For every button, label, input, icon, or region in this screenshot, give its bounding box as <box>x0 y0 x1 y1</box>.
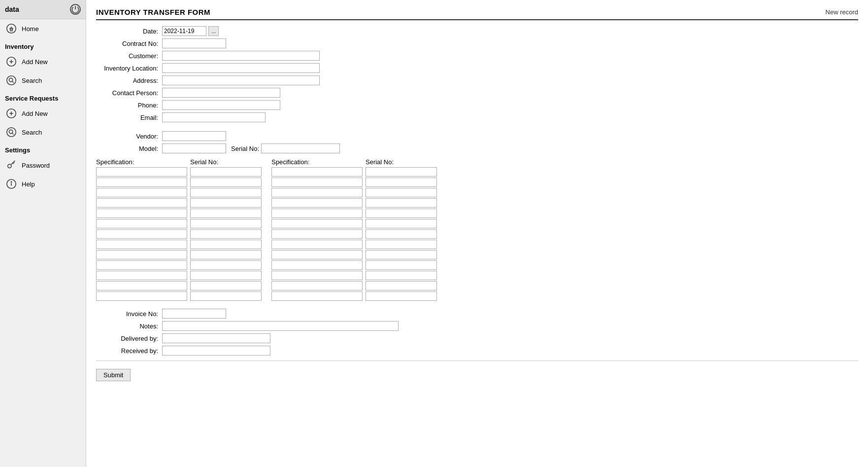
address-input[interactable] <box>162 75 320 85</box>
received-input[interactable] <box>162 346 270 356</box>
sidebar-item-home-label: Home <box>22 25 39 33</box>
serial-input-1-3[interactable] <box>190 188 262 197</box>
spec-input-2-4[interactable] <box>271 198 363 208</box>
serial-input-1-1[interactable] <box>190 167 262 177</box>
spec-input-2-10[interactable] <box>271 260 363 270</box>
sidebar-item-help[interactable]: Help <box>0 175 86 193</box>
serial-input-1-12[interactable] <box>190 281 262 290</box>
serial-input-2-11[interactable] <box>366 271 437 280</box>
spec-input-1-13[interactable] <box>96 291 187 301</box>
bottom-divider <box>96 360 858 361</box>
serial-input-2-1[interactable] <box>366 167 437 177</box>
serial-input-1-5[interactable] <box>190 209 262 218</box>
serial-input-1-4[interactable] <box>190 198 262 208</box>
serial-col-2: Serial No: <box>366 158 437 302</box>
svg-point-10 <box>7 128 16 137</box>
inv-location-input[interactable] <box>162 63 320 73</box>
notes-input[interactable] <box>162 321 399 331</box>
spec-header-2: Specification: <box>271 158 363 166</box>
spec-input-2-11[interactable] <box>271 271 363 280</box>
spec-input-1-10[interactable] <box>96 260 187 270</box>
contact-input[interactable] <box>162 88 280 98</box>
serial-input-2-13[interactable] <box>366 291 437 301</box>
spec-input-1-12[interactable] <box>96 281 187 290</box>
serial-no-top-input[interactable] <box>261 144 340 153</box>
inv-location-label: Inventory Location: <box>96 65 160 72</box>
email-input[interactable] <box>162 112 266 122</box>
vendor-input[interactable] <box>162 131 226 141</box>
submit-button[interactable]: Submit <box>96 369 131 381</box>
svg-line-15 <box>14 162 15 163</box>
serial-input-2-10[interactable] <box>366 260 437 270</box>
spec-input-1-5[interactable] <box>96 209 187 218</box>
sidebar-item-service-add[interactable]: Add New <box>0 104 86 123</box>
spec-input-2-2[interactable] <box>271 178 363 187</box>
serial-header-1: Serial No: <box>190 158 262 166</box>
serial-input-1-6[interactable] <box>190 219 262 228</box>
spec-input-2-6[interactable] <box>271 219 363 228</box>
spec-input-2-1[interactable] <box>271 167 363 177</box>
search-circle-icon-2 <box>5 126 18 139</box>
svg-point-4 <box>7 76 16 85</box>
serial-input-2-12[interactable] <box>366 281 437 290</box>
serial-input-1-8[interactable] <box>190 240 262 249</box>
spec-input-1-1[interactable] <box>96 167 187 177</box>
notes-label: Notes: <box>96 323 160 330</box>
inv-location-row: Inventory Location: <box>96 63 858 73</box>
password-label: Password <box>22 162 50 169</box>
serial-input-1-10[interactable] <box>190 260 262 270</box>
serial-input-2-9[interactable] <box>366 250 437 259</box>
model-input[interactable] <box>162 144 226 153</box>
spec-input-1-8[interactable] <box>96 240 187 249</box>
sidebar-item-service-search[interactable]: Search <box>0 123 86 142</box>
spec-input-1-7[interactable] <box>96 229 187 239</box>
svg-line-16 <box>13 163 14 164</box>
spec-input-1-4[interactable] <box>96 198 187 208</box>
date-picker-button[interactable]: ... <box>208 26 219 36</box>
serial-input-1-13[interactable] <box>190 291 262 301</box>
serial-input-2-2[interactable] <box>366 178 437 187</box>
inventory-section-label: Inventory <box>0 38 86 52</box>
serial-input-2-5[interactable] <box>366 209 437 218</box>
bottom-section: Invoice No: Notes: Delivered by: Receive… <box>96 309 858 356</box>
sidebar-item-home[interactable]: Home <box>0 19 86 38</box>
spec-input-2-7[interactable] <box>271 229 363 239</box>
invoice-input[interactable] <box>162 309 226 319</box>
spec-input-2-3[interactable] <box>271 188 363 197</box>
sidebar-item-inventory-search[interactable]: Search <box>0 71 86 90</box>
contract-input[interactable] <box>162 38 226 48</box>
power-icon[interactable] <box>70 4 81 15</box>
spec-input-1-6[interactable] <box>96 219 187 228</box>
spec-input-1-9[interactable] <box>96 250 187 259</box>
spec-input-2-13[interactable] <box>271 291 363 301</box>
spec-input-2-12[interactable] <box>271 281 363 290</box>
serial-input-1-9[interactable] <box>190 250 262 259</box>
customer-input[interactable] <box>162 51 320 61</box>
date-input[interactable] <box>162 26 206 36</box>
serial-input-1-2[interactable] <box>190 178 262 187</box>
svg-line-12 <box>12 133 13 134</box>
sidebar-item-password[interactable]: Password <box>0 156 86 175</box>
form-header: INVENTORY TRANSFER FORM New record <box>96 8 858 20</box>
address-row: Address: <box>96 75 858 85</box>
serial-input-2-8[interactable] <box>366 240 437 249</box>
home-icon <box>5 22 18 35</box>
sidebar-item-inventory-add[interactable]: Add New <box>0 52 86 71</box>
spec-input-1-3[interactable] <box>96 188 187 197</box>
serial-input-1-11[interactable] <box>190 271 262 280</box>
serial-input-2-3[interactable] <box>366 188 437 197</box>
customer-label: Customer: <box>96 52 160 60</box>
delivered-input[interactable] <box>162 333 270 343</box>
serial-input-2-6[interactable] <box>366 219 437 228</box>
serial-input-2-4[interactable] <box>366 198 437 208</box>
serial-input-1-7[interactable] <box>190 229 262 239</box>
spec-input-2-9[interactable] <box>271 250 363 259</box>
spec-input-1-2[interactable] <box>96 178 187 187</box>
serial-input-2-7[interactable] <box>366 229 437 239</box>
spec-input-2-5[interactable] <box>271 209 363 218</box>
spec-input-1-11[interactable] <box>96 271 187 280</box>
sidebar: data Home Inventory Add New <box>0 0 86 467</box>
phone-input[interactable] <box>162 100 280 110</box>
spec-input-2-8[interactable] <box>271 240 363 249</box>
plus-circle-icon-1 <box>5 55 18 68</box>
